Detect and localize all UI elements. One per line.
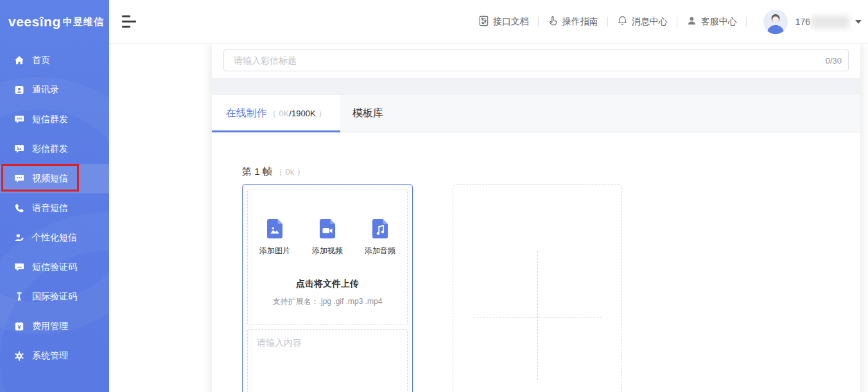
sms-bulk-icon: SMS xyxy=(14,114,24,125)
tab-online-create[interactable]: 在线制作 （ 0K/1900K ） xyxy=(212,95,340,132)
header-actions: 接口文档 操作指南 消息中心 客服中心 176 xyxy=(478,10,868,34)
add-video-icon xyxy=(318,218,336,242)
mms-title-field-wrap: 0/30 xyxy=(223,49,849,71)
add-audio-icon xyxy=(371,218,389,242)
sidebar-item-intl-code[interactable]: 国际验证码 xyxy=(0,282,109,312)
header-separator xyxy=(746,17,747,27)
frame-text-input[interactable] xyxy=(248,330,407,392)
upload-extensions: 支持扩展名：.jpg .gif .mp3 .mp4 xyxy=(273,296,383,307)
svg-text:sim: sim xyxy=(17,265,21,269)
composer-tabs: 在线制作 （ 0K/1900K ） 模板库 xyxy=(212,95,860,132)
personalized-sms-icon xyxy=(14,233,24,243)
header-link-support[interactable]: 客服中心 xyxy=(686,15,737,28)
add-video-label: 添加视频 xyxy=(312,245,343,256)
char-counter: 0/30 xyxy=(826,56,842,66)
sidebar-item-label: 系统管理 xyxy=(32,350,68,362)
sidebar-item-label: 短信群发 xyxy=(32,114,68,125)
sidebar-item-label: 彩信群发 xyxy=(32,143,68,155)
frame-preview-canvas xyxy=(453,184,622,392)
frame-text-box xyxy=(247,329,408,392)
collapse-menu-icon[interactable] xyxy=(122,15,137,28)
sidebar-item-mms-bulk[interactable]: 彩信群发 xyxy=(0,134,109,164)
voice-sms-icon xyxy=(14,203,24,213)
frame-size-label: （ 0k ） xyxy=(275,167,305,177)
sidebar-item-label: 费用管理 xyxy=(32,321,68,332)
sidebar-item-system[interactable]: 系统管理 xyxy=(0,341,109,371)
add-audio-label: 添加音频 xyxy=(365,245,395,256)
header-link-messages[interactable]: 消息中心 xyxy=(617,15,668,28)
sidebar-item-label: 语音短信 xyxy=(32,202,68,214)
frames-area: 第 1 帧 （ 0k ） 添加图片 添加视频 xyxy=(212,132,860,392)
add-video-button[interactable]: 添加视频 xyxy=(306,218,349,256)
preview-center-horizontal-guide xyxy=(473,317,602,317)
header-link-label: 操作指南 xyxy=(562,16,598,28)
sidebar-item-label: 通讯录 xyxy=(32,84,59,96)
support-icon xyxy=(686,15,701,28)
contacts-icon xyxy=(14,85,24,95)
billing-icon: ¥ xyxy=(14,321,24,332)
sidebar-item-label: 视频短信 xyxy=(32,173,68,184)
content-panel: 0/30 在线制作 （ 0K/1900K ） 模板库 第 1 帧 （ 0k ） xyxy=(212,44,860,392)
guide-hand-icon xyxy=(548,15,562,28)
user-menu[interactable]: 176 xyxy=(795,15,862,28)
tab-usage: （ 0K/1900K ） xyxy=(268,108,326,120)
sidebar-item-home[interactable]: 首页 xyxy=(0,46,109,75)
upload-actions: 添加图片 添加视频 添加音频 xyxy=(253,218,402,256)
brand-logo-latin: veesîng xyxy=(8,14,61,30)
user-avatar[interactable] xyxy=(763,10,788,34)
file-upload-dropzone[interactable]: 添加图片 添加视频 添加音频 点击将文件上传 xyxy=(247,190,408,325)
preview-center-vertical-guide xyxy=(537,251,538,380)
header-link-guide[interactable]: 操作指南 xyxy=(548,15,598,28)
mms-title-input[interactable] xyxy=(224,50,848,71)
header-link-label: 消息中心 xyxy=(632,16,668,28)
gear-icon xyxy=(14,351,24,361)
sidebar-item-video-sms[interactable]: 视频短信 xyxy=(0,164,109,193)
sidebar-nav: 首页 通讯录 SMS 短信群发 彩信群发 视频短信 语音短信 个性化短信 sim xyxy=(0,44,109,371)
brand-logo-cn: 中昱维信 xyxy=(63,16,104,28)
title-card: 0/30 xyxy=(212,44,860,78)
brand-logo[interactable]: veesîng 中昱维信 xyxy=(0,0,109,44)
add-audio-button[interactable]: 添加音频 xyxy=(358,218,402,256)
sms-code-icon: sim xyxy=(14,262,24,272)
frame-header: 第 1 帧 （ 0k ） xyxy=(242,166,860,178)
intl-code-icon xyxy=(14,292,24,302)
tab-label: 模板库 xyxy=(352,107,383,120)
mms-bulk-icon xyxy=(14,144,24,154)
upload-hint: 点击将文件上传 xyxy=(296,278,359,290)
sidebar-item-label: 首页 xyxy=(32,55,50,66)
add-image-icon xyxy=(266,218,284,242)
sidebar-item-label: 个性化短信 xyxy=(32,232,77,244)
bell-icon xyxy=(617,15,632,28)
header-separator xyxy=(677,17,677,27)
video-sms-icon xyxy=(14,174,24,184)
sidebar-item-voice-sms[interactable]: 语音短信 xyxy=(0,193,109,223)
chevron-down-icon[interactable] xyxy=(855,20,862,24)
sidebar-item-billing[interactable]: ¥ 费用管理 xyxy=(0,312,109,341)
header-link-label: 接口文档 xyxy=(493,16,529,28)
header-link-api-doc[interactable]: 接口文档 xyxy=(478,15,529,28)
sidebar-item-personalized-sms[interactable]: 个性化短信 xyxy=(0,223,109,253)
sidebar-item-label: 国际验证码 xyxy=(32,291,77,303)
header-link-label: 客服中心 xyxy=(701,16,737,28)
svg-text:SMS: SMS xyxy=(16,117,22,120)
header-separator xyxy=(607,17,608,27)
add-image-label: 添加图片 xyxy=(259,245,290,256)
header-separator xyxy=(538,17,539,27)
home-icon xyxy=(14,55,24,66)
frame-editor-card: 添加图片 添加视频 添加音频 点击将文件上传 xyxy=(242,184,413,392)
user-phone-prefix: 176 xyxy=(795,17,810,27)
svg-text:¥: ¥ xyxy=(17,323,21,330)
user-phone-masked xyxy=(811,15,849,28)
frame-number-label: 第 1 帧 xyxy=(242,166,272,177)
sidebar-item-contacts[interactable]: 通讯录 xyxy=(0,75,109,105)
add-image-button[interactable]: 添加图片 xyxy=(253,218,297,256)
sidebar: veesîng 中昱维信 首页 通讯录 SMS 短信群发 彩信群发 视频短信 语… xyxy=(0,0,109,392)
tab-template-library[interactable]: 模板库 xyxy=(351,95,385,132)
sidebar-item-label: 短信验证码 xyxy=(32,262,77,273)
composer-card: 在线制作 （ 0K/1900K ） 模板库 第 1 帧 （ 0k ） xyxy=(212,95,860,392)
tab-label: 在线制作 xyxy=(226,107,267,120)
top-header: 接口文档 操作指南 消息中心 客服中心 176 xyxy=(109,0,868,44)
sidebar-item-sms-bulk[interactable]: SMS 短信群发 xyxy=(0,105,109,134)
sidebar-item-sms-code[interactable]: sim 短信验证码 xyxy=(0,253,109,282)
api-doc-icon xyxy=(478,15,493,28)
